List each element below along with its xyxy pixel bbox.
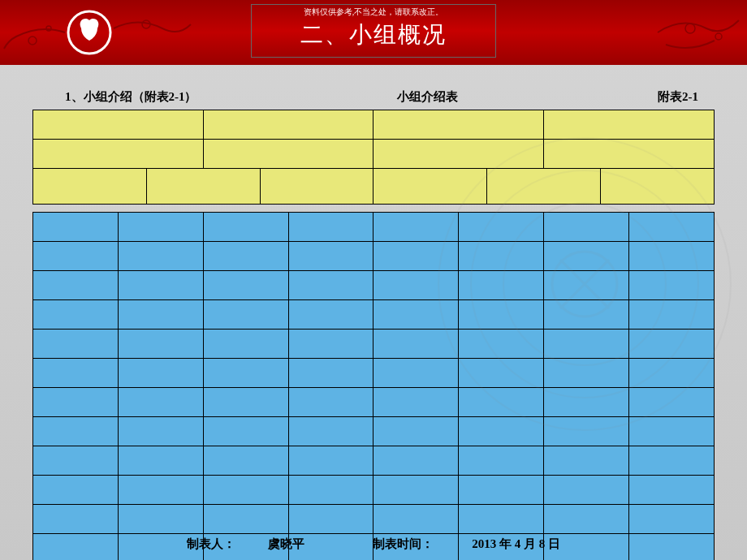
table-cell (374, 417, 459, 446)
table-cell (118, 242, 203, 271)
table-cell (203, 140, 374, 169)
table-cell (629, 388, 715, 417)
footer-text: 制表人：虞晓平 制表时间： 2013 年 4 月 8 日 (0, 536, 747, 552)
table-row (33, 140, 715, 169)
table-cell (203, 359, 288, 388)
table-cell (288, 505, 374, 534)
title-box: 资料仅供参考,不当之处，请联系改正。 二、小组概况 (251, 4, 496, 58)
table-cell (374, 388, 459, 417)
table-container (0, 110, 747, 560)
table-cell (33, 140, 204, 169)
table-cell (288, 417, 374, 446)
table-cell (374, 476, 459, 505)
table-row (33, 110, 715, 140)
table-cell (544, 300, 629, 330)
svg-point-6 (28, 37, 37, 45)
table-cell (118, 213, 203, 242)
label-right: 附表2-1 (658, 89, 698, 105)
table-cell (544, 330, 629, 359)
table-cell (459, 330, 544, 359)
author-span: 制表人：虞晓平 (171, 537, 324, 550)
table-cell (629, 300, 715, 330)
gap-row (33, 205, 715, 213)
table-cell (33, 446, 119, 476)
table-cell (374, 505, 459, 534)
table-cell (146, 169, 260, 205)
table-cell (203, 505, 288, 534)
table-cell (544, 359, 629, 388)
table-cell (374, 446, 459, 476)
table-cell (260, 169, 374, 205)
table-cell (203, 110, 374, 140)
table-cell (544, 213, 629, 242)
table-cell (203, 213, 288, 242)
table-cell (33, 169, 147, 205)
table-cell (374, 330, 459, 359)
table-cell (629, 505, 715, 534)
table-cell (118, 388, 203, 417)
table-cell (33, 417, 119, 446)
table-cell (33, 359, 119, 388)
table-cell (459, 388, 544, 417)
ornament-left-icon (0, 0, 195, 73)
table-cell (544, 271, 629, 300)
table-cell (629, 271, 715, 300)
table-cell (544, 476, 629, 505)
table-cell (118, 300, 203, 330)
table-cell (374, 359, 459, 388)
table-cell (118, 359, 203, 388)
page-title: 二、小组概况 (300, 19, 447, 50)
table-cell (459, 271, 544, 300)
table-row (33, 476, 715, 505)
table-cell (374, 213, 459, 242)
table-cell (288, 300, 374, 330)
table-cell (203, 388, 288, 417)
table-cell (203, 446, 288, 476)
table-cell (459, 505, 544, 534)
table-cell (288, 388, 374, 417)
date-span: 制表时间： 2013 年 4 月 8 日 (356, 537, 576, 550)
table-cell (288, 476, 374, 505)
table-cell (459, 213, 544, 242)
label-left: 1、小组介绍（附表2-1） (65, 89, 197, 105)
table-cell (459, 242, 544, 271)
table-cell (629, 446, 715, 476)
table-row (33, 330, 715, 359)
table-cell (203, 417, 288, 446)
table-cell (487, 169, 601, 205)
table-cell (374, 110, 544, 140)
table-cell (203, 300, 288, 330)
table-cell (374, 300, 459, 330)
table-cell (33, 330, 119, 359)
table-row (33, 271, 715, 300)
table-cell (118, 505, 203, 534)
svg-point-9 (715, 33, 722, 40)
ornament-right-icon (650, 0, 747, 73)
table-cell (544, 388, 629, 417)
table-cell (459, 476, 544, 505)
table-cell (374, 169, 487, 205)
table-row (33, 359, 715, 388)
table-row (33, 505, 715, 534)
table-cell (33, 388, 119, 417)
table-cell (118, 417, 203, 446)
table-row (33, 169, 715, 205)
table-cell (203, 476, 288, 505)
table-cell (629, 417, 715, 446)
table-cell (33, 300, 119, 330)
table-cell (544, 446, 629, 476)
table-cell (629, 330, 715, 359)
header-note: 资料仅供参考,不当之处，请联系改正。 (300, 6, 447, 18)
svg-point-8 (685, 24, 695, 33)
table-cell (629, 476, 715, 505)
label-center: 小组介绍表 (397, 89, 458, 105)
table-cell (33, 242, 119, 271)
table-cell (33, 213, 119, 242)
table-cell (374, 242, 459, 271)
table-cell (288, 213, 374, 242)
table-cell (33, 110, 204, 140)
table-row (33, 242, 715, 271)
table-row (33, 417, 715, 446)
table-cell (288, 271, 374, 300)
table-cell (33, 476, 119, 505)
